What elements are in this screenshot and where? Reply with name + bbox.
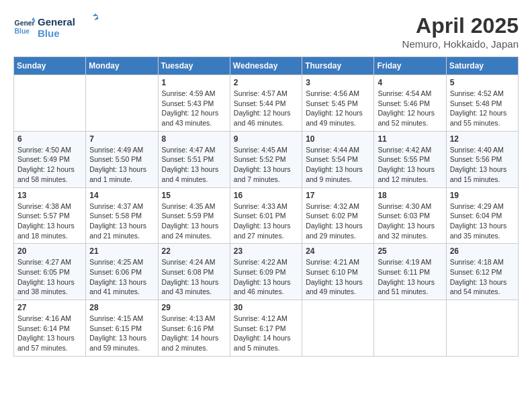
calendar-day-cell: 26Sunrise: 4:18 AMSunset: 6:12 PMDayligh…: [446, 244, 518, 300]
svg-marker-6: [93, 13, 98, 16]
cell-content: Sunset: 5:49 PM: [17, 154, 82, 165]
cell-content: Daylight: 14 hours and 5 minutes.: [234, 333, 298, 353]
calendar-week-row: 13Sunrise: 4:38 AMSunset: 5:57 PMDayligh…: [14, 187, 519, 244]
cell-content: Daylight: 13 hours and 29 minutes.: [306, 221, 370, 240]
cell-content: Sunrise: 4:21 AM: [306, 257, 370, 267]
calendar-day-cell: 14Sunrise: 4:37 AMSunset: 5:58 PMDayligh…: [86, 187, 158, 244]
calendar-day-cell: 23Sunrise: 4:22 AMSunset: 6:09 PMDayligh…: [230, 244, 302, 300]
empty-cell: [302, 300, 374, 357]
weekday-header-saturday: Saturday: [446, 57, 518, 75]
calendar-day-cell: 30Sunrise: 4:12 AMSunset: 6:17 PMDayligh…: [230, 300, 302, 357]
cell-content: Sunset: 5:56 PM: [450, 154, 515, 165]
cell-content: Sunrise: 4:50 AM: [17, 145, 82, 155]
day-number: 29: [162, 303, 226, 312]
cell-content: Sunset: 6:17 PM: [234, 324, 298, 334]
cell-content: Sunrise: 4:19 AM: [378, 257, 442, 267]
cell-content: Daylight: 13 hours and 27 minutes.: [234, 221, 298, 240]
cell-content: Daylight: 12 hours and 46 minutes.: [234, 108, 298, 128]
cell-content: Daylight: 13 hours and 32 minutes.: [378, 221, 442, 240]
cell-content: Sunrise: 4:56 AM: [306, 89, 370, 99]
day-number: 28: [89, 303, 154, 312]
cell-content: Daylight: 12 hours and 49 minutes.: [306, 108, 370, 128]
calendar-day-cell: 24Sunrise: 4:21 AMSunset: 6:10 PMDayligh…: [302, 244, 374, 300]
weekday-header-row: SundayMondayTuesdayWednesdayThursdayFrid…: [14, 57, 519, 75]
svg-text:General: General: [15, 19, 35, 27]
logo-icon: General Blue: [13, 16, 35, 38]
day-number: 9: [234, 134, 298, 144]
logo-svg: General Blue: [38, 13, 98, 40]
calendar-day-cell: 18Sunrise: 4:30 AMSunset: 6:03 PMDayligh…: [374, 187, 446, 244]
calendar-day-cell: 10Sunrise: 4:44 AMSunset: 5:54 PMDayligh…: [302, 131, 374, 187]
calendar-day-cell: 12Sunrise: 4:40 AMSunset: 5:56 PMDayligh…: [446, 131, 518, 187]
calendar-week-row: 27Sunrise: 4:16 AMSunset: 6:14 PMDayligh…: [14, 300, 519, 357]
cell-content: Sunset: 5:58 PM: [89, 211, 154, 221]
cell-content: Sunrise: 4:38 AM: [17, 201, 82, 212]
day-number: 24: [306, 246, 370, 256]
cell-content: Sunset: 5:48 PM: [450, 99, 515, 109]
cell-content: Daylight: 13 hours and 7 minutes.: [234, 165, 298, 184]
cell-content: Daylight: 13 hours and 43 minutes.: [162, 277, 226, 297]
cell-content: Daylight: 13 hours and 59 minutes.: [89, 333, 154, 353]
cell-content: Daylight: 13 hours and 9 minutes.: [306, 165, 370, 184]
cell-content: Sunrise: 4:32 AM: [306, 201, 370, 212]
calendar-day-cell: 15Sunrise: 4:35 AMSunset: 5:59 PMDayligh…: [158, 187, 230, 244]
day-number: 7: [89, 134, 154, 144]
calendar-week-row: 20Sunrise: 4:27 AMSunset: 6:05 PMDayligh…: [14, 244, 519, 300]
day-number: 3: [306, 78, 370, 87]
calendar-day-cell: 29Sunrise: 4:13 AMSunset: 6:16 PMDayligh…: [158, 300, 230, 357]
cell-content: Sunset: 6:09 PM: [234, 267, 298, 277]
cell-content: Sunset: 5:59 PM: [162, 211, 226, 221]
day-number: 18: [378, 191, 442, 200]
calendar-day-cell: 3Sunrise: 4:56 AMSunset: 5:45 PMDaylight…: [302, 75, 374, 132]
day-number: 6: [17, 134, 82, 144]
calendar-day-cell: 19Sunrise: 4:29 AMSunset: 6:04 PMDayligh…: [446, 187, 518, 244]
cell-content: Sunset: 5:52 PM: [234, 154, 298, 165]
cell-content: Daylight: 13 hours and 38 minutes.: [17, 277, 82, 297]
day-number: 19: [450, 191, 515, 200]
cell-content: Sunrise: 4:45 AM: [234, 145, 298, 155]
calendar-day-cell: 1Sunrise: 4:59 AMSunset: 5:43 PMDaylight…: [158, 75, 230, 132]
logo: General Blue General Blue: [13, 13, 98, 40]
cell-content: Sunrise: 4:40 AM: [450, 145, 515, 155]
cell-content: Sunrise: 4:54 AM: [378, 89, 442, 99]
cell-content: Sunset: 6:10 PM: [306, 267, 370, 277]
cell-content: Sunset: 6:08 PM: [162, 267, 226, 277]
calendar-day-cell: 9Sunrise: 4:45 AMSunset: 5:52 PMDaylight…: [230, 131, 302, 187]
day-number: 15: [162, 191, 226, 200]
cell-content: Sunrise: 4:47 AM: [162, 145, 226, 155]
weekday-header-sunday: Sunday: [14, 57, 86, 75]
day-number: 23: [234, 246, 298, 256]
cell-content: Sunset: 5:43 PM: [162, 99, 226, 109]
day-number: 1: [162, 78, 226, 87]
calendar-day-cell: 13Sunrise: 4:38 AMSunset: 5:57 PMDayligh…: [14, 187, 86, 244]
cell-content: Sunrise: 4:25 AM: [89, 257, 154, 267]
calendar-day-cell: 6Sunrise: 4:50 AMSunset: 5:49 PMDaylight…: [14, 131, 86, 187]
day-number: 12: [450, 134, 515, 144]
cell-content: Sunset: 5:46 PM: [378, 99, 442, 109]
calendar-table: SundayMondayTuesdayWednesdayThursdayFrid…: [13, 56, 519, 357]
empty-cell: [86, 75, 158, 132]
cell-content: Daylight: 13 hours and 41 minutes.: [89, 277, 154, 297]
cell-content: Sunset: 6:04 PM: [450, 211, 515, 221]
cell-content: Sunset: 6:03 PM: [378, 211, 442, 221]
cell-content: Sunset: 6:11 PM: [378, 267, 442, 277]
cell-content: Daylight: 13 hours and 51 minutes.: [378, 277, 442, 297]
cell-content: Sunset: 6:01 PM: [234, 211, 298, 221]
cell-content: Sunset: 6:06 PM: [89, 267, 154, 277]
day-number: 8: [162, 134, 226, 144]
weekday-header-friday: Friday: [374, 57, 446, 75]
calendar-day-cell: 7Sunrise: 4:49 AMSunset: 5:50 PMDaylight…: [86, 131, 158, 187]
cell-content: Daylight: 13 hours and 54 minutes.: [450, 277, 515, 297]
calendar-day-cell: 28Sunrise: 4:15 AMSunset: 6:15 PMDayligh…: [86, 300, 158, 357]
day-number: 26: [450, 246, 515, 256]
calendar-day-cell: 27Sunrise: 4:16 AMSunset: 6:14 PMDayligh…: [14, 300, 86, 357]
calendar-day-cell: 16Sunrise: 4:33 AMSunset: 6:01 PMDayligh…: [230, 187, 302, 244]
cell-content: Daylight: 13 hours and 21 minutes.: [89, 221, 154, 240]
svg-marker-7: [94, 16, 98, 20]
cell-content: Sunset: 6:16 PM: [162, 324, 226, 334]
cell-content: Daylight: 14 hours and 2 minutes.: [162, 333, 226, 353]
day-number: 4: [378, 78, 442, 87]
cell-content: Sunset: 5:44 PM: [234, 99, 298, 109]
cell-content: Daylight: 12 hours and 55 minutes.: [450, 108, 515, 128]
svg-text:General: General: [38, 16, 75, 28]
